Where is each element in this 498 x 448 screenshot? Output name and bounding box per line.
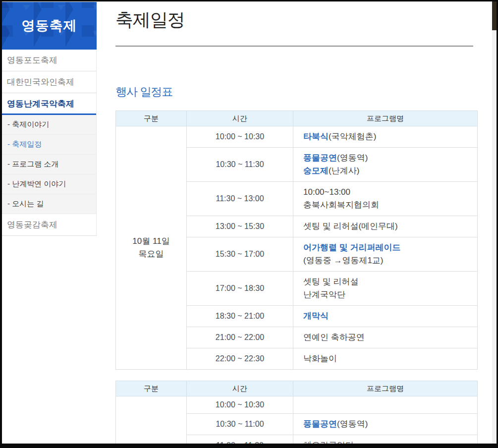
program-link[interactable]: 개막식	[303, 311, 329, 321]
submenu-item-0[interactable]: - 축제이야기	[2, 115, 96, 135]
time-cell: 10:00 ~ 10:30	[187, 396, 293, 414]
program-text: 난계국악단	[303, 290, 345, 299]
site-logo: 영동축제	[2, 2, 97, 50]
program-cell: 개막식	[293, 306, 478, 327]
schedule-row: 10월 11일목요일10:00 ~ 10:30타북식(국악체험촌)	[116, 126, 478, 148]
submenu-item-2[interactable]: - 프로그램 소개	[2, 155, 96, 174]
vertical-scrollbar[interactable]	[492, 1, 497, 444]
group-cell	[116, 396, 187, 444]
sidebar-item-3[interactable]: 영동곶감축제	[2, 214, 96, 236]
time-cell: 13:00 ~ 15:30	[187, 216, 293, 237]
page: 영동축제 영동포도축제대한민국와인축제영동난계국악축제- 축제이야기- 축제일정…	[2, 1, 497, 444]
time-cell: 18:30 ~ 21:00	[187, 306, 293, 327]
sidebar-item-2[interactable]: 영동난계국악축제	[2, 93, 96, 115]
program-cell: 셋팅 및 리허설난계국악단	[293, 272, 478, 306]
sidebar-item-0[interactable]: 영동포도축제	[2, 50, 96, 71]
time-cell: 11:00 ~ 11:30	[187, 435, 293, 444]
time-cell: 15:30 ~ 17:00	[187, 237, 293, 272]
program-text: 해요락국악단	[303, 441, 354, 444]
program-cell	[293, 396, 478, 414]
program-link[interactable]: 풍물공연	[303, 419, 337, 429]
sidebar: 영동축제 영동포도축제대한민국와인축제영동난계국악축제- 축제이야기- 축제일정…	[2, 1, 97, 236]
program-text: 연예인 축하공연	[303, 333, 365, 342]
column-header-2: 프로그램명	[293, 381, 478, 396]
group-cell: 10월 11일목요일	[116, 126, 187, 370]
program-link[interactable]: 타북식	[303, 132, 329, 141]
program-link[interactable]: 풍물공연	[303, 153, 337, 163]
time-cell: 17:00 ~ 18:30	[187, 272, 293, 306]
time-cell: 11:30 ~ 13:00	[187, 182, 293, 216]
program-text: 셋팅 및 리허설(메인무대)	[303, 222, 398, 231]
schedule-row: 10:00 ~ 10:30	[116, 396, 478, 414]
program-text: 셋팅 및 리허설	[303, 277, 358, 286]
sidebar-nav: 영동포도축제대한민국와인축제영동난계국악축제- 축제이야기- 축제일정- 프로그…	[2, 50, 97, 236]
time-cell: 22:00 ~ 22:30	[187, 348, 293, 370]
time-cell: 21:00 ~ 22:00	[187, 327, 293, 348]
program-cell: 타북식(국악체험촌)	[293, 126, 478, 148]
column-header-1: 시간	[187, 381, 293, 396]
submenu-item-3[interactable]: - 난계박연 이야기	[2, 174, 96, 194]
column-header-0: 구분	[116, 381, 187, 396]
sidebar-item-1[interactable]: 대한민국와인축제	[2, 71, 96, 93]
program-cell: 연예인 축하공연	[293, 327, 478, 348]
section-title: 행사 일정표	[115, 84, 482, 100]
schedule-table-1: 구분시간프로그램명10:00 ~ 10:3010:30 ~ 11:00풍물공연(…	[115, 381, 478, 444]
main-content: 축제일정 행사 일정표 구분시간프로그램명10월 11일목요일10:00 ~ 1…	[115, 1, 482, 444]
program-text: (영동역)	[337, 153, 368, 163]
program-text: (영동중 →영동제1교)	[303, 256, 384, 265]
schedule-tables: 구분시간프로그램명10월 11일목요일10:00 ~ 10:30타북식(국악체험…	[115, 111, 482, 444]
program-link[interactable]: 어가행렬 및 거리퍼레이드	[303, 243, 400, 252]
title-divider	[115, 46, 473, 47]
program-text: (난계사)	[329, 166, 359, 175]
column-header-1: 시간	[187, 111, 293, 126]
column-header-2: 프로그램명	[293, 111, 478, 126]
program-cell: 풍물공연(영동역)	[293, 414, 478, 435]
program-cell: 10:00~13:00충북사회복지협의회	[293, 182, 478, 216]
program-cell: 낙화놀이	[293, 348, 478, 370]
program-cell: 풍물공연(영동역)숭모제(난계사)	[293, 148, 478, 182]
time-cell: 10:30 ~ 11:30	[187, 148, 293, 182]
program-cell: 해요락국악단	[293, 435, 478, 444]
submenu-item-1[interactable]: - 축제일정	[2, 135, 96, 155]
program-cell: 셋팅 및 리허설(메인무대)	[293, 216, 478, 237]
sidebar-submenu: - 축제이야기- 축제일정- 프로그램 소개- 난계박연 이야기- 오시는 길	[2, 115, 96, 214]
program-text: 낙화놀이	[303, 354, 337, 363]
program-text: (영동역)	[337, 419, 368, 429]
program-cell: 어가행렬 및 거리퍼레이드(영동중 →영동제1교)	[293, 237, 478, 272]
submenu-item-4[interactable]: - 오시는 길	[2, 194, 96, 214]
program-link[interactable]: 숭모제	[303, 166, 329, 175]
scrollbar-thumb[interactable]	[492, 1, 497, 30]
program-text: (국악체험촌)	[329, 132, 376, 141]
program-text: 10:00~13:00	[303, 187, 350, 197]
column-header-0: 구분	[116, 111, 187, 126]
page-title: 축제일정	[115, 9, 482, 31]
window-frame: 영동축제 영동포도축제대한민국와인축제영동난계국악축제- 축제이야기- 축제일정…	[0, 0, 498, 448]
time-cell: 10:00 ~ 10:30	[187, 126, 293, 148]
program-text: 충북사회복지협의회	[303, 200, 379, 210]
schedule-table-0: 구분시간프로그램명10월 11일목요일10:00 ~ 10:30타북식(국악체험…	[115, 111, 478, 370]
time-cell: 10:30 ~ 11:00	[187, 414, 293, 435]
